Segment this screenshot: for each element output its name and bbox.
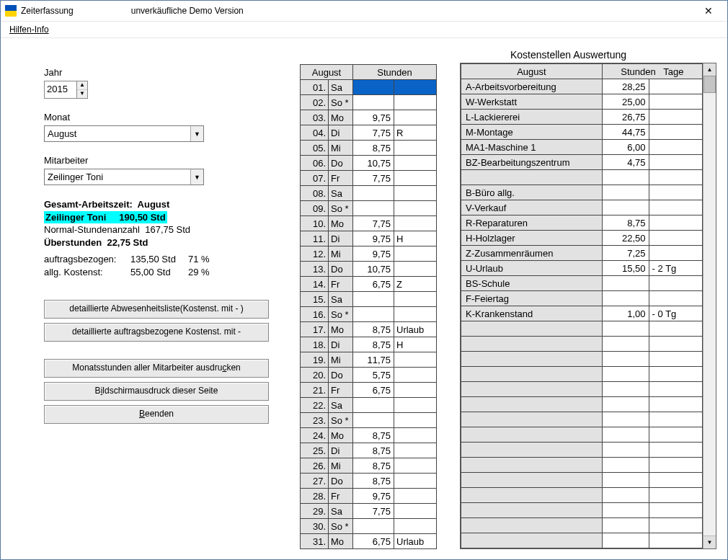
day-hours: 8,75 bbox=[353, 141, 394, 156]
cc-row[interactable]: W-Werkstatt25,00 bbox=[461, 94, 703, 110]
day-note bbox=[394, 504, 437, 519]
day-row[interactable]: 09.So * bbox=[301, 201, 437, 216]
day-hours: 8,75 bbox=[353, 458, 394, 474]
btn-absence-list[interactable]: detaillierte Abwesenheitsliste(Kostenst.… bbox=[44, 300, 269, 319]
day-row[interactable]: 15.Sa bbox=[301, 292, 437, 307]
day-row[interactable]: 01.Sa bbox=[301, 80, 437, 95]
costcenter-title: Kostenstellen Auswertung bbox=[460, 49, 716, 61]
day-row[interactable]: 16.So * bbox=[301, 307, 437, 322]
scroll-thumb[interactable] bbox=[703, 76, 716, 93]
costcenter-table[interactable]: August Stunden Tage A-Arbeitsvorbereitun… bbox=[461, 63, 703, 548]
cc-days bbox=[649, 276, 702, 291]
cc-row[interactable]: M-Montage44,75 bbox=[461, 125, 703, 140]
btn-print-screen[interactable]: Bildschirmausdruck dieser Seite bbox=[44, 382, 269, 401]
day-row[interactable]: 24.Mo8,75 bbox=[301, 428, 437, 443]
day-note bbox=[394, 398, 437, 413]
day-row[interactable]: 28.Fr9,75 bbox=[301, 489, 437, 504]
cc-row[interactable]: BS-Schule bbox=[461, 276, 703, 291]
scroll-up[interactable]: ▲ bbox=[703, 63, 716, 76]
day-row[interactable]: 04.Di7,75R bbox=[301, 125, 437, 141]
days-header-hours: Stunden bbox=[353, 65, 437, 80]
chevron-down-icon[interactable]: ▼ bbox=[190, 126, 203, 141]
day-row[interactable]: 12.Mi9,75 bbox=[301, 246, 437, 262]
day-row[interactable]: 02.So * bbox=[301, 95, 437, 110]
day-row[interactable]: 11.Di9,75H bbox=[301, 231, 437, 246]
cc-row[interactable] bbox=[461, 170, 703, 185]
employee-input[interactable] bbox=[45, 169, 190, 185]
year-label: Jahr bbox=[44, 67, 282, 78]
day-row[interactable]: 10.Mo7,75 bbox=[301, 216, 437, 231]
year-spinner[interactable]: ▲▼ bbox=[44, 81, 88, 99]
day-row[interactable]: 29.Sa7,75 bbox=[301, 504, 437, 519]
year-down[interactable]: ▼ bbox=[77, 90, 87, 98]
day-note: H bbox=[394, 337, 437, 352]
day-row[interactable]: 05.Mi8,75 bbox=[301, 141, 437, 156]
day-row[interactable]: 14.Fr6,75Z bbox=[301, 277, 437, 292]
day-row[interactable]: 30.So * bbox=[301, 519, 437, 534]
day-row[interactable]: 03.Mo9,75 bbox=[301, 110, 437, 125]
btn-exit[interactable]: Beenden bbox=[44, 405, 269, 424]
cc-row[interactable]: U-Urlaub15,50- 2 Tg bbox=[461, 261, 703, 276]
day-row[interactable]: 26.Mi8,75 bbox=[301, 458, 437, 474]
day-row[interactable]: 22.Sa bbox=[301, 398, 437, 413]
menu-hilfen[interactable]: Hilfen-Info bbox=[4, 25, 55, 35]
day-note: Urlaub bbox=[394, 322, 437, 337]
cc-row[interactable]: B-Büro allg. bbox=[461, 185, 703, 200]
cc-row[interactable]: V-Verkauf bbox=[461, 200, 703, 215]
cc-row[interactable]: K-Krankenstand1,00- 0 Tg bbox=[461, 306, 703, 321]
app-window: Zeiterfassung unverkäufliche Demo Versio… bbox=[0, 0, 728, 560]
day-note bbox=[394, 307, 437, 322]
cc-name: M-Montage bbox=[461, 125, 603, 140]
day-row[interactable]: 25.Di8,75 bbox=[301, 443, 437, 458]
cc-row[interactable]: H-Holzlager22,50 bbox=[461, 231, 703, 246]
cc-name: U-Urlaub bbox=[461, 261, 603, 276]
day-row[interactable]: 27.Do8,75 bbox=[301, 474, 437, 489]
day-hours bbox=[353, 307, 394, 322]
day-note bbox=[394, 246, 437, 262]
day-note bbox=[394, 352, 437, 368]
day-number: 31. bbox=[301, 534, 329, 549]
day-weekday: Fr bbox=[329, 383, 353, 398]
day-row[interactable]: 31.Mo6,75Urlaub bbox=[301, 534, 437, 549]
btn-order-cost[interactable]: detaillierte auftragsbezogene Kostenst. … bbox=[44, 323, 269, 342]
day-row[interactable]: 21.Fr6,75 bbox=[301, 383, 437, 398]
month-input[interactable] bbox=[45, 126, 190, 141]
day-row[interactable]: 06.Do10,75 bbox=[301, 156, 437, 171]
cc-row[interactable]: R-Reparaturen8,75 bbox=[461, 215, 703, 231]
cc-row[interactable]: L-Lackiererei26,75 bbox=[461, 110, 703, 125]
day-note bbox=[394, 110, 437, 125]
cc-row[interactable]: BZ-Bearbeitungszentrum4,75 bbox=[461, 155, 703, 170]
month-combo[interactable]: ▼ bbox=[44, 125, 204, 142]
cc-row[interactable]: MA1-Maschine 16,00 bbox=[461, 140, 703, 155]
day-row[interactable]: 17.Mo8,75Urlaub bbox=[301, 322, 437, 337]
year-up[interactable]: ▲ bbox=[77, 81, 87, 90]
cc-row-empty bbox=[461, 367, 703, 382]
day-weekday: Sa bbox=[329, 398, 353, 413]
chevron-down-icon[interactable]: ▼ bbox=[190, 169, 203, 185]
day-row[interactable]: 07.Fr7,75 bbox=[301, 171, 437, 186]
cc-days: - 2 Tg bbox=[649, 261, 702, 276]
day-note bbox=[394, 216, 437, 231]
scroll-down[interactable]: ▼ bbox=[703, 535, 716, 548]
year-input[interactable] bbox=[45, 81, 76, 96]
day-weekday: So * bbox=[329, 519, 353, 534]
day-hours: 8,75 bbox=[353, 428, 394, 443]
cc-row[interactable]: Z-Zusammenräumen7,25 bbox=[461, 246, 703, 261]
day-row[interactable]: 13.Do10,75 bbox=[301, 262, 437, 277]
cc-row[interactable]: F-Feiertag bbox=[461, 291, 703, 306]
close-button[interactable]: ✕ bbox=[694, 5, 723, 17]
day-row[interactable]: 19.Mi11,75 bbox=[301, 352, 437, 368]
day-row[interactable]: 20.Do5,75 bbox=[301, 368, 437, 383]
cc-row-empty bbox=[461, 518, 703, 533]
btn-print-month[interactable]: Monatsstunden aller Mitarbeiter ausdruck… bbox=[44, 359, 269, 378]
day-row[interactable]: 08.Sa bbox=[301, 186, 437, 201]
days-table[interactable]: August Stunden 01.Sa02.So *03.Mo9,7504.D… bbox=[300, 64, 437, 549]
cc-name: H-Holzlager bbox=[461, 231, 603, 246]
day-hours: 7,75 bbox=[353, 125, 394, 141]
day-row[interactable]: 18.Di8,75H bbox=[301, 337, 437, 352]
day-number: 01. bbox=[301, 80, 329, 95]
scrollbar[interactable]: ▲ ▼ bbox=[703, 63, 716, 548]
cc-row[interactable]: A-Arbeitsvorbereitung28,25 bbox=[461, 79, 703, 94]
employee-combo[interactable]: ▼ bbox=[44, 169, 204, 185]
day-row[interactable]: 23.So * bbox=[301, 413, 437, 428]
